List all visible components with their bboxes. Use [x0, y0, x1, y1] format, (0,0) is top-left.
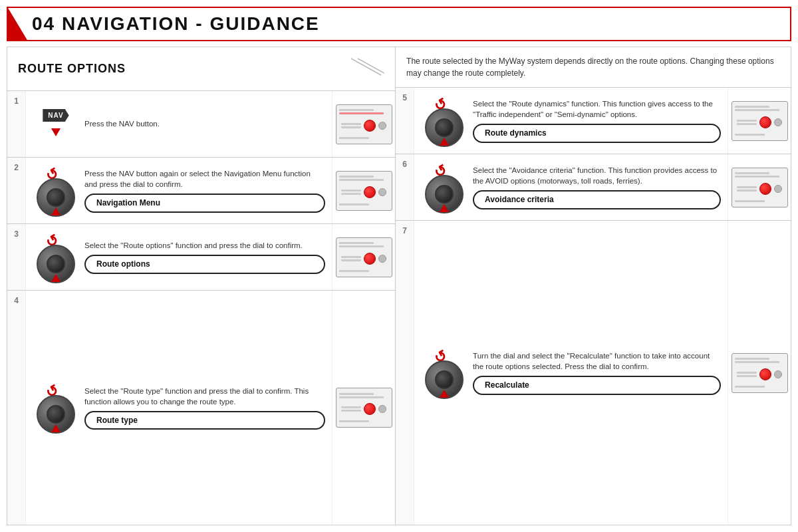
step-text-7: Turn the dial and select the "Recalculat…	[473, 350, 721, 395]
svg-marker-5	[51, 424, 61, 432]
step-icon-3: ↺	[33, 238, 79, 277]
step-number-6: 6	[396, 154, 414, 220]
step-icon-6: ↺	[421, 168, 467, 207]
step-content-2: ↺	[26, 158, 332, 223]
svg-marker-7	[440, 204, 449, 212]
step-icon-1: NAV	[33, 109, 79, 139]
step-row-1: 1 NAV	[7, 91, 395, 158]
step-row-6: 6 ↺	[396, 154, 791, 221]
step-number-2: 2	[7, 158, 26, 223]
step-content-6: ↺	[414, 154, 728, 220]
step-image-2	[332, 158, 395, 223]
step-row-2: 2 ↺	[7, 158, 395, 224]
svg-marker-2	[51, 128, 61, 136]
svg-line-1	[358, 59, 384, 73]
svg-line-0	[351, 59, 381, 75]
step-number-7: 7	[396, 221, 414, 525]
route-dynamics-pill: Route dynamics	[473, 124, 721, 143]
step-text-6: Select the "Avoidance criteria" function…	[473, 165, 721, 209]
step-icon-5: ↺	[421, 102, 467, 140]
step-image-7	[728, 221, 791, 525]
step-image-3	[332, 224, 395, 290]
description-text: The route selected by the MyWay system d…	[396, 47, 791, 88]
svg-marker-4	[51, 274, 61, 282]
route-options-header: ROUTE OPTIONS	[7, 47, 395, 91]
step-content-1: NAV Press the NAV button.	[26, 91, 332, 157]
steps-container-left: 1 NAV	[7, 91, 395, 525]
step-content-4: ↺	[26, 291, 332, 525]
route-options-title: ROUTE OPTIONS	[18, 62, 126, 76]
step-text-5: Select the "Route dynamics" function. Th…	[473, 98, 721, 143]
step-content-7: ↺	[414, 221, 728, 525]
step-text-1: Press the NAV button.	[84, 118, 325, 129]
step-image-4	[332, 291, 395, 525]
page-header: 04 NAVIGATION - GUIDANCE	[7, 7, 791, 41]
steps-container-right: 5 ↺	[396, 88, 791, 525]
step-row-7: 7 ↺	[396, 221, 791, 525]
svg-marker-6	[440, 138, 449, 146]
step-number-5: 5	[396, 88, 414, 154]
step-image-6	[728, 154, 791, 220]
step-content-5: ↺	[414, 88, 728, 154]
diagonal-lines	[344, 55, 384, 82]
step-text-3: Select the "Route options" function and …	[84, 240, 325, 274]
step-content-3: ↺	[26, 224, 332, 290]
right-panel: The route selected by the MyWay system d…	[396, 47, 791, 525]
step-number-4: 4	[7, 291, 26, 525]
step-text-2: Press the NAV button again or select the…	[84, 168, 325, 213]
step-icon-2: ↺	[33, 172, 79, 210]
route-type-pill: Route type	[84, 411, 325, 430]
nav-button-icon: NAV	[43, 109, 68, 122]
step-icon-7: ↺	[421, 354, 467, 392]
page-container: 04 NAVIGATION - GUIDANCE ROUTE OPTIONS	[0, 0, 798, 532]
page-title: 04 NAVIGATION - GUIDANCE	[19, 13, 320, 35]
svg-marker-8	[440, 390, 449, 398]
navigation-menu-pill: Navigation Menu	[84, 194, 325, 213]
header-slash	[8, 8, 28, 41]
route-options-pill: Route options	[84, 255, 325, 274]
step-row-4: 4 ↺	[7, 291, 395, 525]
svg-marker-3	[51, 207, 61, 215]
step-text-4: Select the "Route type" function and pre…	[84, 386, 325, 430]
left-panel: ROUTE OPTIONS 1	[7, 47, 396, 525]
step-image-5	[728, 88, 791, 154]
step-row-3: 3 ↺	[7, 224, 395, 291]
step-number-1: 1	[7, 91, 26, 157]
avoidance-criteria-pill: Avoidance criteria	[473, 190, 721, 209]
step-row-5: 5 ↺	[396, 88, 791, 154]
recalculate-pill: Recalculate	[473, 376, 721, 395]
step-icon-4: ↺	[33, 388, 79, 427]
main-content: ROUTE OPTIONS 1	[7, 47, 791, 525]
step-image-1	[332, 91, 395, 157]
step-number-3: 3	[7, 224, 26, 290]
